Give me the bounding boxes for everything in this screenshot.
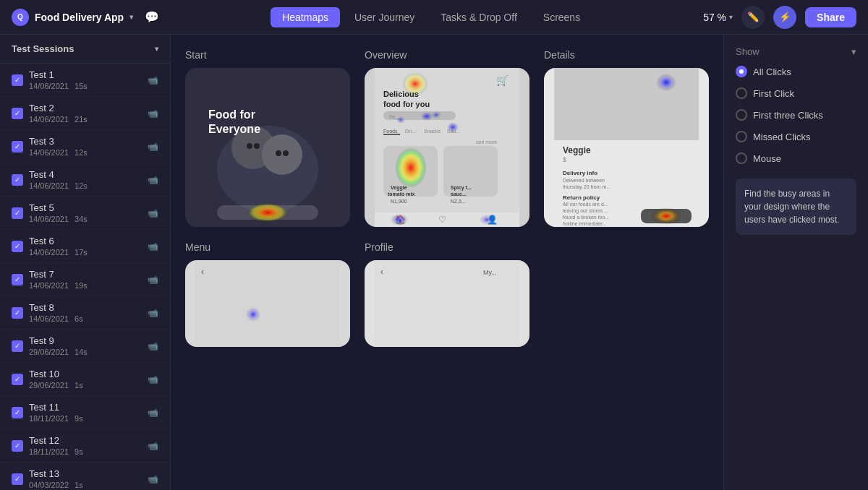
session-video-icon[interactable]: 📹 — [148, 341, 158, 351]
radio-first-click[interactable]: First Click — [736, 87, 856, 99]
show-chevron-icon[interactable]: ▾ — [851, 46, 856, 57]
svg-point-30 — [447, 122, 459, 132]
session-video-icon[interactable]: 📹 — [148, 108, 158, 119]
session-duration: 1s — [75, 381, 83, 390]
session-checkbox[interactable]: ✓ — [12, 340, 23, 352]
session-info: Test 9 29/06/2021 14s — [29, 335, 142, 356]
screen-title-profile: Profile — [365, 241, 529, 253]
tab-user-journey[interactable]: User Journey — [343, 7, 426, 27]
session-info: Test 10 29/06/2021 1s — [29, 369, 142, 390]
session-checkbox[interactable]: ✓ — [12, 307, 23, 319]
radio-label-first-click: First Click — [753, 88, 794, 99]
session-item[interactable]: ✓ Test 5 14/06/2021 34s 📹 — [0, 197, 170, 230]
svg-point-11 — [246, 202, 289, 223]
session-checkbox[interactable]: ✓ — [12, 407, 23, 418]
radio-group: All Clicks First Click First three Click… — [736, 66, 856, 164]
session-video-icon[interactable]: 📹 — [148, 408, 158, 418]
session-item[interactable]: ✓ Test 9 29/06/2021 14s 📹 — [0, 330, 170, 363]
session-date: 04/03/2022 — [29, 481, 69, 489]
svg-text:♡: ♡ — [438, 215, 446, 225]
lightning-button[interactable]: ⚡ — [773, 6, 796, 29]
session-name: Test 11 — [29, 402, 142, 413]
session-item[interactable]: ✓ Test 6 14/06/2021 17s 📹 — [0, 230, 170, 263]
session-checkbox[interactable]: ✓ — [12, 274, 23, 285]
svg-point-26 — [402, 72, 428, 95]
session-item[interactable]: ✓ Test 13 04/03/2022 1s 📹 — [0, 463, 170, 490]
session-checkbox[interactable]: ✓ — [12, 473, 23, 485]
zoom-chevron-icon[interactable]: ▾ — [729, 13, 733, 21]
svg-point-27 — [421, 112, 433, 121]
session-checkbox[interactable]: ✓ — [12, 74, 23, 86]
session-checkbox[interactable]: ✓ — [12, 207, 23, 219]
screen-section-details: Details — [544, 49, 709, 227]
share-button[interactable]: Share — [805, 7, 856, 27]
session-video-icon[interactable]: 📹 — [148, 208, 158, 218]
svg-point-42 — [391, 214, 408, 225]
tab-heatmaps[interactable]: Heatmaps — [271, 7, 340, 27]
app-dropdown-icon[interactable]: ▾ — [129, 13, 133, 21]
radio-circle-missed-clicks — [736, 131, 747, 142]
session-checkbox[interactable]: ✓ — [12, 108, 23, 119]
session-item[interactable]: ✓ Test 11 18/11/2021 9s 📹 — [0, 396, 170, 429]
zoom-value: 57 % — [703, 12, 726, 23]
comment-icon[interactable]: 💬 — [145, 10, 159, 24]
svg-text:Everyone: Everyone — [208, 123, 260, 135]
session-item[interactable]: ✓ Test 12 18/11/2021 9s 📹 — [0, 429, 170, 463]
svg-point-29 — [395, 147, 427, 188]
session-item[interactable]: ✓ Test 1 14/06/2021 15s 📹 — [0, 64, 170, 97]
radio-all-clicks[interactable]: All Clicks — [736, 66, 856, 77]
session-item[interactable]: ✓ Test 10 29/06/2021 1s 📹 — [0, 363, 170, 396]
app-logo[interactable]: Q Food Delivery App ▾ — [12, 9, 133, 26]
session-video-icon[interactable]: 📹 — [148, 241, 158, 252]
session-checkbox[interactable]: ✓ — [12, 141, 23, 152]
session-video-icon[interactable]: 📹 — [148, 142, 158, 152]
session-item[interactable]: ✓ Test 4 14/06/2021 12s 📹 — [0, 163, 170, 197]
zoom-control[interactable]: 57 % ▾ — [703, 12, 733, 23]
nav-right: 57 % ▾ ✏️ ⚡ Share — [703, 6, 856, 29]
session-checkbox[interactable]: ✓ — [12, 440, 23, 452]
screen-frame-menu: ‹ — [185, 260, 350, 347]
radio-mouse[interactable]: Mouse — [736, 152, 856, 164]
screen-title-details: Details — [544, 49, 709, 61]
pencil-button[interactable]: ✏️ — [741, 6, 765, 29]
session-item[interactable]: ✓ Test 7 14/06/2021 19s 📹 — [0, 263, 170, 296]
session-duration: 15s — [75, 82, 88, 90]
screens-grid: Start Food for Everyone — [171, 35, 723, 490]
screen-frame-start: Food for Everyone — [185, 68, 350, 227]
sidebar-collapse-icon[interactable]: ▾ — [155, 45, 158, 53]
svg-text:tomato mix: tomato mix — [388, 192, 414, 197]
session-video-icon[interactable]: 📹 — [148, 75, 158, 85]
svg-text:hotline immediate...: hotline immediate... — [563, 221, 607, 226]
session-video-icon[interactable]: 📹 — [148, 308, 158, 318]
svg-text:$: $ — [563, 156, 566, 163]
session-date: 14/06/2021 — [29, 215, 69, 223]
session-meta: 14/06/2021 17s — [29, 248, 142, 257]
session-video-icon[interactable]: 📹 — [148, 441, 158, 451]
session-item[interactable]: ✓ Test 3 14/06/2021 12s 📹 — [0, 130, 170, 163]
session-checkbox[interactable]: ✓ — [12, 174, 23, 186]
svg-rect-59 — [195, 260, 340, 347]
session-item[interactable]: ✓ Test 2 14/06/2021 21s 📹 — [0, 97, 170, 130]
radio-circle-first-click — [736, 87, 747, 99]
session-meta: 14/06/2021 21s — [29, 115, 142, 124]
session-video-icon[interactable]: 📹 — [148, 474, 158, 484]
radio-first-three-clicks[interactable]: First three Clicks — [736, 109, 856, 121]
session-video-icon[interactable]: 📹 — [148, 275, 158, 285]
session-name: Test 2 — [29, 103, 142, 113]
session-checkbox[interactable]: ✓ — [12, 241, 23, 252]
overview-screen-svg: 🛒 Delicious food for you Se... Foods Dri… — [365, 68, 529, 227]
session-info: Test 8 14/06/2021 6s — [29, 302, 142, 323]
svg-text:‹: ‹ — [201, 267, 204, 277]
session-item[interactable]: ✓ Test 8 14/06/2021 6s 📹 — [0, 296, 170, 330]
radio-missed-clicks[interactable]: Missed Clicks — [736, 131, 856, 142]
svg-text:Delivery info: Delivery info — [563, 170, 597, 176]
session-video-icon[interactable]: 📹 — [148, 175, 158, 185]
tab-screens[interactable]: Screens — [532, 7, 592, 27]
session-date: 18/11/2021 — [29, 447, 69, 456]
session-video-icon[interactable]: 📹 — [148, 374, 158, 384]
tab-tasks-dropoff[interactable]: Tasks & Drop Off — [429, 7, 529, 27]
session-meta: 14/06/2021 15s — [29, 82, 142, 90]
session-checkbox[interactable]: ✓ — [12, 374, 23, 385]
svg-text:Delivered between: Delivered between — [563, 178, 605, 183]
screen-frame-details: Veggie $ Delivery info Delivered between… — [544, 68, 709, 227]
